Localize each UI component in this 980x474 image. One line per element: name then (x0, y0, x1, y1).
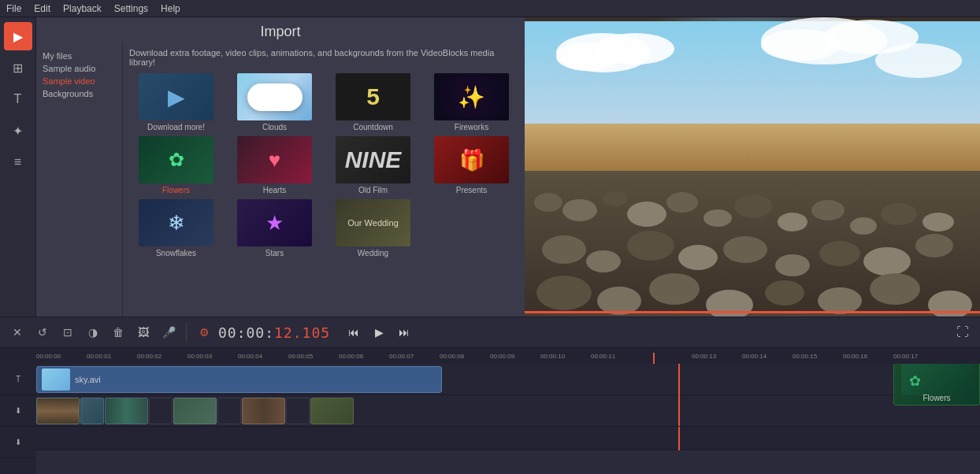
svg-point-11 (562, 199, 597, 221)
audio-seg-6[interactable] (242, 398, 285, 424)
audio-seg-8[interactable] (310, 398, 354, 424)
timeline-ruler: 00:00:00 00:00:01 00:00:02 00:00:03 00:0… (0, 348, 980, 364)
sidebar-icon-text[interactable]: T (4, 85, 32, 113)
preview-svg (525, 17, 980, 317)
track-labels: T ⬇ ⬇ (0, 364, 36, 474)
grid-item-wedding[interactable]: Our Wedding Wedding (326, 199, 420, 257)
svg-point-37 (870, 273, 920, 305)
filetree-myfiles[interactable]: My files (39, 50, 119, 62)
sidebar-icon-menu[interactable]: ≡ (4, 148, 32, 176)
filetree-sampleaudio[interactable]: Sample audio (39, 62, 119, 75)
tracks-content: sky.avi ✿ Flowers (36, 364, 980, 474)
audio-seg-2[interactable] (105, 398, 148, 424)
time-static: 00:00: (218, 324, 274, 341)
audio-seg-4[interactable] (173, 398, 217, 424)
thumb-snowflakes: ❄ (139, 199, 213, 246)
label-wedding: Wedding (358, 249, 388, 257)
flowers-timeline-clip[interactable]: ✿ Flowers (893, 364, 980, 405)
ruler-mark-13: 00:00:13 (692, 353, 742, 360)
close-button[interactable]: ✕ (6, 321, 28, 343)
svg-point-23 (586, 250, 621, 272)
ruler-mark-4: 00:00:04 (238, 353, 288, 360)
rewind-button[interactable]: ⏮ (343, 321, 365, 343)
countdown-number: 5 (366, 83, 380, 110)
svg-rect-8 (525, 124, 980, 171)
audio-track[interactable] (36, 395, 980, 427)
contrast-button[interactable]: ◑ (82, 321, 104, 343)
grid-item-download[interactable]: ▶ Download more! (129, 73, 223, 131)
thumb-flowers: ✿ (139, 136, 213, 183)
ruler-mark-6: 00:00:06 (339, 353, 389, 360)
content-description: Download extra footage, video clips, ani… (129, 48, 518, 67)
track-label-extra: ⬇ (0, 427, 36, 458)
crop-button[interactable]: ⊡ (57, 321, 79, 343)
file-tree: My files Sample audio Sample video Backg… (36, 43, 123, 317)
audio-seg-7[interactable] (286, 398, 310, 424)
grid-item-flowers[interactable]: ✿ Flowers (129, 136, 223, 194)
grid-item-presents[interactable]: 🎁 Presents (425, 136, 518, 194)
svg-point-12 (603, 191, 628, 206)
filetree-samplevideo[interactable]: Sample video (39, 75, 119, 87)
menu-settings[interactable]: Settings (114, 3, 148, 14)
thumb-wedding: Our Wedding (336, 199, 410, 246)
delete-button[interactable]: 🗑 (107, 321, 129, 343)
media-grid: ▶ Download more! Clouds 5 (129, 73, 518, 257)
playback-controls: ⏮ ▶ ⏭ (343, 321, 415, 343)
svg-point-30 (915, 234, 953, 257)
svg-point-35 (765, 280, 804, 306)
sidebar-icon-media[interactable]: ⊞ (4, 54, 32, 82)
undo-button[interactable]: ↺ (32, 321, 54, 343)
audio-seg-0[interactable] (36, 398, 80, 424)
grid-item-fireworks[interactable]: ✨ Fireworks (425, 73, 518, 131)
svg-point-20 (881, 203, 917, 225)
video-track[interactable]: sky.avi ✿ Flowers (36, 364, 980, 395)
audio-seg-3[interactable] (149, 398, 173, 424)
video-clip-sky[interactable]: sky.avi (36, 366, 442, 393)
label-countdown: Countdown (353, 123, 393, 131)
audio-seg-1[interactable] (80, 398, 104, 424)
grid-item-snowflakes[interactable]: ❄ Snowflakes (129, 199, 223, 257)
track-label-audio: ⬇ (0, 395, 36, 427)
sidebar-icon-video[interactable]: ▶ (4, 22, 32, 50)
menu-playback[interactable]: Playback (63, 3, 102, 14)
audio-button[interactable]: 🎤 (158, 321, 180, 343)
filetree-backgrounds[interactable]: Backgrounds (39, 87, 119, 100)
label-snowflakes: Snowflakes (156, 249, 196, 257)
ruler-playhead (653, 353, 655, 365)
track-label-video: T (0, 364, 36, 395)
svg-point-14 (666, 192, 698, 213)
flowers-clip-bg: ✿ (901, 364, 972, 395)
ruler-mark-16: 00:00:16 (843, 353, 893, 360)
thumb-fireworks: ✨ (434, 73, 509, 120)
svg-point-24 (627, 231, 674, 261)
audio-seg-bg-2 (106, 398, 147, 424)
audio-seg-5[interactable] (217, 398, 241, 424)
timeline-tracks: T ⬇ ⬇ sky.avi ✿ Flo (0, 364, 980, 474)
svg-point-13 (627, 202, 666, 227)
settings-button[interactable]: ⚙ (193, 321, 215, 343)
ruler-mark-15: 00:00:15 (793, 353, 843, 360)
label-hearts: Hearts (263, 186, 286, 194)
play-button[interactable]: ▶ (368, 321, 390, 343)
grid-item-stars[interactable]: ★ Stars (228, 199, 321, 257)
thumb-oldfilm: NINE (336, 136, 410, 183)
menu-file[interactable]: File (6, 3, 21, 14)
extra-playhead (678, 427, 680, 450)
svg-point-29 (863, 247, 911, 276)
ruler-mark-9: 00:00:09 (490, 353, 540, 360)
ruler-mark-12 (641, 353, 692, 360)
fullscreen-button[interactable]: ⛶ (952, 321, 974, 343)
menu-edit[interactable]: Edit (34, 3, 50, 14)
svg-point-17 (778, 213, 807, 231)
grid-item-hearts[interactable]: ♥ Hearts (228, 136, 321, 194)
import-body: My files Sample audio Sample video Backg… (36, 43, 525, 317)
grid-item-oldfilm[interactable]: NINE Old Film (326, 136, 420, 194)
snapshot-button[interactable]: 🖼 (132, 321, 154, 343)
menu-help[interactable]: Help (161, 3, 180, 14)
svg-point-32 (597, 287, 641, 315)
label-oldfilm: Old Film (358, 186, 388, 194)
sidebar-icon-effect[interactable]: ✦ (4, 117, 32, 145)
grid-item-clouds[interactable]: Clouds (228, 73, 321, 131)
grid-item-countdown[interactable]: 5 Countdown (326, 73, 420, 131)
forward-button[interactable]: ⏭ (393, 321, 415, 343)
